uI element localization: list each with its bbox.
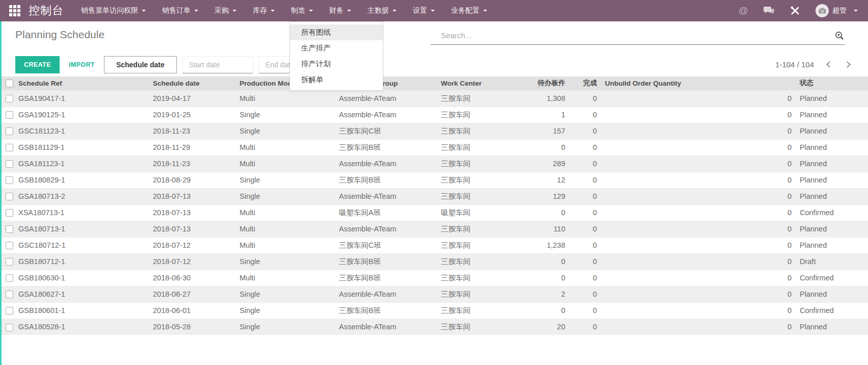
cell-production-group[interactable]: 吸塑车间A班 <box>339 204 441 221</box>
topbar-menu-3[interactable]: 库存 <box>253 6 275 15</box>
cell-production-mode[interactable]: Single <box>240 188 339 204</box>
cell-production-mode[interactable]: Single <box>240 107 339 123</box>
mentions-at-icon[interactable]: @ <box>739 5 748 16</box>
cell-pending-boards[interactable]: 0 <box>516 302 568 319</box>
cell-state[interactable]: Confirmed <box>794 302 868 319</box>
cell-schedule-date[interactable]: 2018-07-13 <box>153 204 240 221</box>
table-row[interactable]: XSA180713-12018-07-13Multi吸塑车间A班吸塑车间000C… <box>0 204 868 221</box>
user-menu[interactable]: 超管 <box>816 4 858 17</box>
topbar-menu-0[interactable]: 销售菜单访问权限 <box>81 6 146 15</box>
topbar-menu-8[interactable]: 业务配置 <box>451 6 487 15</box>
cell-schedule-ref[interactable]: GSB180829-1 <box>18 172 153 188</box>
row-checkbox[interactable] <box>6 209 13 217</box>
cell-pending-boards[interactable]: 1,238 <box>516 237 568 253</box>
cell-work-center[interactable]: 三胺车间 <box>441 90 516 107</box>
column-header-state[interactable]: 状态 <box>794 76 868 90</box>
cell-schedule-date[interactable]: 2018-07-12 <box>153 253 240 270</box>
cell-production-group[interactable]: Assemble-ATeam <box>339 319 441 335</box>
cell-production-group[interactable]: Assemble-ATeam <box>339 188 441 204</box>
cell-production-group[interactable]: Assemble-ATeam <box>339 155 441 172</box>
table-row[interactable]: GSA180528-12018-05-28SingleAssemble-ATea… <box>0 319 868 335</box>
cell-unbuild-order-quantity[interactable]: 0 <box>600 188 794 204</box>
cell-pending-boards[interactable]: 0 <box>516 253 568 270</box>
cell-production-group[interactable]: 三胺车间C班 <box>339 123 441 139</box>
row-checkbox[interactable] <box>6 225 13 233</box>
cell-schedule-ref[interactable]: GSB181129-1 <box>18 139 153 155</box>
cell-schedule-date[interactable]: 2018-06-30 <box>153 270 240 286</box>
select-all-checkbox[interactable] <box>6 80 13 87</box>
row-checkbox[interactable] <box>6 242 13 249</box>
cell-unbuild-order-quantity[interactable]: 0 <box>600 172 794 188</box>
cell-state[interactable]: Planned <box>794 286 868 302</box>
cell-schedule-ref[interactable]: GSA180713-2 <box>18 188 153 204</box>
cell-pending-boards[interactable]: 2 <box>516 286 568 302</box>
cell-work-center[interactable]: 三胺车间 <box>441 302 516 319</box>
cell-unbuild-order-quantity[interactable]: 0 <box>600 237 794 253</box>
cell-pending-boards[interactable]: 157 <box>516 123 568 139</box>
cell-work-center[interactable]: 吸塑车间 <box>441 204 516 221</box>
cell-production-mode[interactable]: Single <box>240 319 339 335</box>
cell-state[interactable]: Confirmed <box>794 270 868 286</box>
cell-production-mode[interactable]: Multi <box>240 139 339 155</box>
cell-work-center[interactable]: 三胺车间 <box>441 319 516 335</box>
cell-unbuild-order-quantity[interactable]: 0 <box>600 139 794 155</box>
row-checkbox[interactable] <box>6 95 13 102</box>
cell-schedule-date[interactable]: 2019-04-17 <box>153 90 240 107</box>
search-input[interactable] <box>431 28 818 43</box>
row-checkbox[interactable] <box>6 307 13 315</box>
cell-schedule-date[interactable]: 2018-05-28 <box>153 319 240 335</box>
cell-production-mode[interactable]: Single <box>240 302 339 319</box>
cell-unbuild-order-quantity[interactable]: 0 <box>600 319 794 335</box>
cell-schedule-date[interactable]: 2018-07-13 <box>153 188 240 204</box>
dropdown-item[interactable]: 拆解单 <box>290 72 383 88</box>
row-checkbox[interactable] <box>6 144 13 151</box>
cell-done[interactable]: 0 <box>568 253 600 270</box>
cell-state[interactable]: Confirmed <box>794 204 868 221</box>
dropdown-item[interactable]: 排产计划 <box>290 56 383 72</box>
cell-production-group[interactable]: Assemble-ATeam <box>339 107 441 123</box>
cell-production-mode[interactable]: Single <box>240 286 339 302</box>
cell-schedule-ref[interactable]: GSA180528-1 <box>18 319 153 335</box>
cell-production-mode[interactable]: Multi <box>240 237 339 253</box>
cell-done[interactable]: 0 <box>568 204 600 221</box>
column-header-done[interactable]: 完成 <box>568 76 600 90</box>
cell-production-group[interactable]: 三胺车间B班 <box>339 253 441 270</box>
cell-schedule-date[interactable]: 2018-11-23 <box>153 123 240 139</box>
column-header-schedule-ref[interactable]: Schedule Ref <box>18 76 153 90</box>
cell-pending-boards[interactable]: 12 <box>516 172 568 188</box>
cell-schedule-ref[interactable]: GSB180630-1 <box>18 270 153 286</box>
cell-production-group[interactable]: 三胺车间B班 <box>339 270 441 286</box>
cell-unbuild-order-quantity[interactable]: 0 <box>600 221 794 237</box>
cell-work-center[interactable]: 三胺车间 <box>441 253 516 270</box>
app-brand[interactable]: 控制台 <box>29 3 64 18</box>
create-button[interactable]: CREATE <box>15 56 60 73</box>
cell-done[interactable]: 0 <box>568 107 600 123</box>
row-checkbox[interactable] <box>6 291 13 298</box>
cell-state[interactable]: Planned <box>794 188 868 204</box>
cell-state[interactable]: Planned <box>794 172 868 188</box>
cell-done[interactable]: 0 <box>568 123 600 139</box>
schedule-date-filter-button[interactable]: Schedule date <box>104 56 177 73</box>
cell-production-mode[interactable]: Multi <box>240 155 339 172</box>
cell-production-group[interactable]: 三胺车间B班 <box>339 302 441 319</box>
cell-unbuild-order-quantity[interactable]: 0 <box>600 107 794 123</box>
cell-unbuild-order-quantity[interactable]: 0 <box>600 270 794 286</box>
cell-done[interactable]: 0 <box>568 270 600 286</box>
dropdown-item[interactable]: 生产排产 <box>290 40 383 56</box>
cell-work-center[interactable]: 三胺车间 <box>441 172 516 188</box>
cell-schedule-date[interactable]: 2018-06-01 <box>153 302 240 319</box>
cell-production-mode[interactable]: Single <box>240 123 339 139</box>
cell-done[interactable]: 0 <box>568 188 600 204</box>
cell-unbuild-order-quantity[interactable]: 0 <box>600 302 794 319</box>
row-checkbox[interactable] <box>6 193 13 200</box>
cell-state[interactable]: Planned <box>794 107 868 123</box>
cell-schedule-date[interactable]: 2018-07-12 <box>153 237 240 253</box>
cell-pending-boards[interactable]: 0 <box>516 270 568 286</box>
cell-schedule-date[interactable]: 2019-01-25 <box>153 107 240 123</box>
cell-work-center[interactable]: 三胺车间 <box>441 139 516 155</box>
cell-schedule-date[interactable]: 2018-06-27 <box>153 286 240 302</box>
cell-pending-boards[interactable]: 129 <box>516 188 568 204</box>
topbar-menu-5[interactable]: 财务 <box>329 6 351 15</box>
cell-work-center[interactable]: 三胺车间 <box>441 270 516 286</box>
table-row[interactable]: GSB180601-12018-06-01Single三胺车间B班三胺车间000… <box>0 302 868 319</box>
